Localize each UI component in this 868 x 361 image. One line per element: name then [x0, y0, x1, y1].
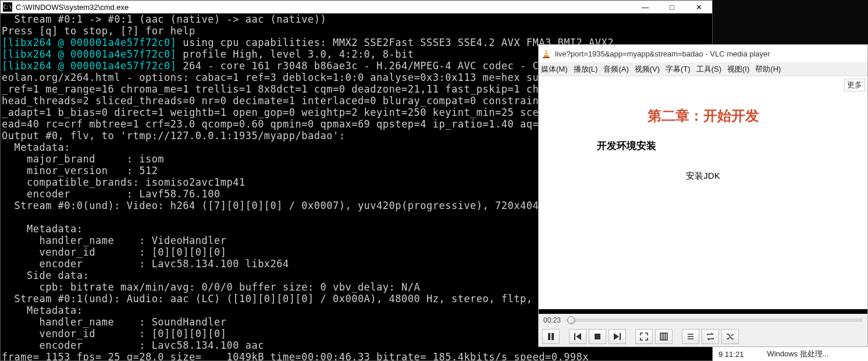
- minimize-button[interactable]: —: [632, 1, 659, 13]
- svg-rect-10: [620, 333, 621, 340]
- explorer-fragment: 9 11:21 Windows 批处理...: [713, 347, 868, 361]
- video-body-text: 安装JDK: [539, 171, 867, 182]
- seek-knob[interactable]: [567, 316, 575, 324]
- cmd-title: C:\WINDOWS\system32\cmd.exe: [16, 3, 632, 12]
- menu-item[interactable]: 帮助(H): [755, 64, 781, 75]
- vlc-titlebar[interactable]: live?port=1935&app=myapp&stream=badao - …: [539, 45, 867, 62]
- vlc-video-area[interactable]: 更多 第二章：开始开发 开发环境安装 安装JDK: [539, 76, 867, 314]
- svg-rect-3: [543, 57, 550, 58]
- separator: [562, 329, 567, 344]
- menu-item[interactable]: 音频(A): [603, 64, 628, 75]
- menu-item[interactable]: 媒体(M): [541, 64, 568, 75]
- svg-rect-6: [574, 333, 575, 340]
- menu-item[interactable]: 视图(I): [727, 64, 749, 75]
- seek-slider[interactable]: [565, 318, 863, 322]
- video-subheading: 开发环境安装: [597, 139, 656, 153]
- vlc-controls: [539, 327, 867, 346]
- svg-rect-4: [548, 333, 550, 340]
- playlist-button[interactable]: [682, 329, 699, 344]
- vlc-title: live?port=1935&app=myapp&stream=badao - …: [555, 49, 770, 58]
- svg-marker-0: [544, 49, 549, 58]
- svg-rect-1: [545, 52, 548, 53]
- previous-button[interactable]: [569, 329, 586, 344]
- background-window: [713, 0, 868, 47]
- shuffle-button[interactable]: [721, 329, 739, 344]
- close-button[interactable]: ✕: [685, 1, 712, 13]
- menu-item[interactable]: 播放(L): [574, 64, 598, 75]
- menu-item[interactable]: 视频(V): [635, 64, 660, 75]
- svg-marker-9: [614, 333, 619, 340]
- stop-button[interactable]: [589, 329, 606, 344]
- video-heading: 第二章：开始开发: [539, 107, 867, 125]
- vlc-cone-icon: [541, 48, 552, 59]
- cmd-titlebar[interactable]: C:\ C:\WINDOWS\system32\cmd.exe — □ ✕: [1, 1, 712, 13]
- playback-time: 00:23: [543, 316, 561, 324]
- pause-button[interactable]: [542, 329, 560, 344]
- svg-rect-5: [552, 333, 554, 340]
- maximize-button[interactable]: □: [659, 1, 685, 13]
- separator: [628, 329, 633, 344]
- menu-item[interactable]: 工具(S): [696, 64, 721, 75]
- loop-button[interactable]: [702, 329, 719, 344]
- vlc-seek-row: 00:23: [539, 314, 867, 327]
- svg-rect-2: [545, 54, 548, 55]
- separator: [675, 329, 680, 344]
- file-label: Windows 批处理...: [767, 349, 828, 359]
- video-letterbox: [539, 309, 867, 314]
- next-button[interactable]: [609, 329, 626, 344]
- extended-settings-button[interactable]: [655, 329, 673, 344]
- more-button[interactable]: 更多: [844, 79, 865, 91]
- fullscreen-button[interactable]: [635, 329, 653, 344]
- svg-marker-7: [576, 333, 581, 340]
- file-time: 9 11:21: [718, 350, 744, 359]
- vlc-window: live?port=1935&app=myapp&stream=badao - …: [538, 44, 868, 347]
- vlc-menubar: 媒体(M)播放(L)音频(A)视频(V)字幕(T)工具(S)视图(I)帮助(H): [539, 62, 867, 76]
- cmd-icon: C:\: [3, 2, 12, 12]
- menu-item[interactable]: 字幕(T): [666, 64, 691, 75]
- svg-rect-8: [595, 334, 600, 339]
